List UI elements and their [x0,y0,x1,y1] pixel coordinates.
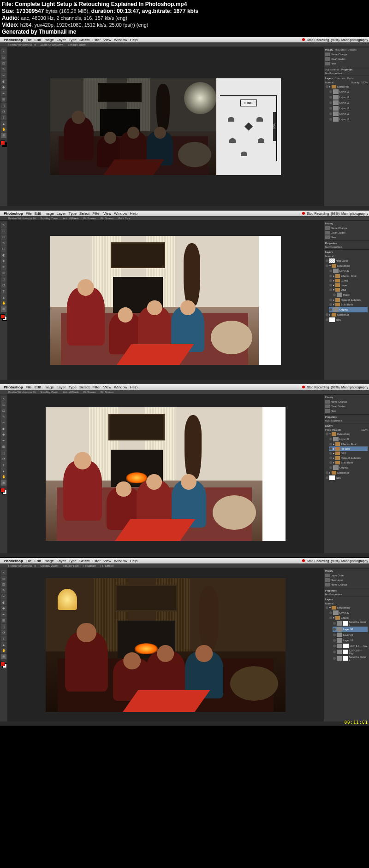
opt-item[interactable]: Resize Windows to Fit [8,43,36,46]
layer-row[interactable]: Help Layer [325,258,368,264]
history-item[interactable]: Layer Order [325,573,368,578]
opt-item[interactable]: Resize Windows to Fit [8,217,36,220]
visibility-icon[interactable] [329,452,332,455]
layer-group[interactable]: ▸Layer [329,283,368,287]
move-tool-icon[interactable]: ↖ [1,49,6,54]
layer-row[interactable]: Selective Color 1 [333,620,368,627]
visibility-icon[interactable] [329,112,332,115]
zoom-tool-icon[interactable]: ⊕ [1,306,6,312]
marquee-tool-icon[interactable]: ▭ [1,229,6,234]
visibility-icon[interactable] [326,471,328,474]
menu-item[interactable]: Layer [57,211,66,216]
layer-row[interactable]: Original [329,307,368,312]
toolbar[interactable]: ↖▭⊡✎✂◐✚✒⊞⌷◔T▲✋⊕ [0,568,7,721]
menu-item[interactable]: Layer [57,559,66,563]
record-icon[interactable] [302,559,305,562]
visibility-icon[interactable] [329,270,332,272]
visibility-icon[interactable] [329,101,332,104]
zoom-tool-icon[interactable]: ⊕ [1,654,6,659]
visibility-icon[interactable] [326,313,328,316]
marquee-tool-icon[interactable]: ▭ [1,55,6,60]
layer-group[interactable]: ▾Retouching [325,605,368,610]
menu-item[interactable]: Image [43,559,54,563]
tool-icon[interactable]: ✋ [1,474,6,480]
layer-row[interactable]: Layer 20 [333,627,368,632]
menu-item[interactable]: File [26,559,32,563]
visibility-icon[interactable] [326,476,328,479]
visibility-icon[interactable] [329,284,332,287]
pen-tool-icon[interactable]: ◔ [1,282,6,288]
tool-icon[interactable]: ⌷ [1,624,6,629]
move-tool-icon[interactable]: ↖ [1,223,6,228]
visibility-icon[interactable] [329,118,332,121]
options-bar[interactable]: Resize Windows to FitScrubby ZoomActual … [0,216,369,221]
brush-tool-icon[interactable]: ◐ [1,79,6,84]
tool-icon[interactable]: ◔ [1,630,6,635]
layer-group[interactable]: ▸Effects - Final [329,442,368,446]
menu-item[interactable]: Select [79,211,89,216]
history-item[interactable]: Clear Guides [325,57,368,61]
tool-icon[interactable]: ▭ [1,402,6,408]
visibility-icon[interactable] [329,90,332,93]
tool-icon[interactable]: ✚ [1,606,6,611]
opt-item[interactable]: Fit Screen [83,217,96,220]
color-swatches[interactable] [0,662,7,668]
visibility-icon[interactable] [329,299,332,301]
menu-item[interactable]: Image [43,385,54,389]
layer-group[interactable]: ▾Effects [329,616,368,620]
visibility-icon[interactable] [333,645,336,647]
tool-icon[interactable]: ◔ [1,456,6,462]
panels[interactable]: History Name Change Clear Guides New Pro… [324,394,369,553]
layer-group[interactable]: ▾D&B [329,287,368,292]
menu-item[interactable]: Help [130,559,137,563]
history-tab[interactable]: History [325,569,333,572]
color-swatches[interactable] [0,141,7,147]
menu-item[interactable]: View [103,559,111,563]
layers-tab[interactable]: Layers [325,424,333,427]
menu-item[interactable]: View [103,385,111,389]
app-name[interactable]: Photoshop [4,38,23,42]
zoom-tool-icon[interactable]: ⊕ [1,480,6,486]
stop-recording[interactable]: Stop Recording [307,212,329,215]
menu-item[interactable]: Select [79,38,89,42]
layer-group[interactable]: ▸LightSetup [325,84,368,89]
canvas[interactable] [50,236,281,365]
visibility-icon[interactable] [329,443,332,446]
menu-item[interactable]: Help [130,38,137,42]
tool-icon[interactable]: ✂ [1,594,6,599]
tool-icon[interactable]: ⊞ [1,618,6,623]
visibility-icon[interactable] [326,264,328,267]
opt-item[interactable]: Fill Screen [101,217,113,220]
properties-tab[interactable]: Properties [341,68,352,71]
pen-tool-icon[interactable]: ◔ [1,109,6,114]
tool-icon[interactable]: ⌷ [1,450,6,456]
menu-item[interactable]: View [103,211,111,216]
menu-item[interactable]: Help [130,385,137,389]
tool-icon[interactable]: ⊡ [1,582,6,587]
tool-icon[interactable]: ▭ [1,576,6,581]
menu-item[interactable]: Filter [92,385,101,389]
menu-item[interactable]: Window [114,385,127,389]
visibility-icon[interactable] [326,606,328,609]
opt-item[interactable]: Actual Pixels [63,217,78,220]
toolbar[interactable]: ↖▭⊡✎✂◐✚✒⊞⌷◔T▲✋⊕ [0,221,7,380]
menu-item[interactable]: Filter [92,559,101,563]
menu-item[interactable]: Edit [35,385,41,389]
dodge-tool-icon[interactable]: ⌷ [1,276,6,282]
history-item[interactable]: Clear Guides [325,230,368,235]
menu-item[interactable]: Window [114,38,127,42]
menubar[interactable]: Photoshop FileEditImageLayerTypeSelectFi… [0,211,369,216]
menu-item[interactable]: File [26,38,32,42]
menubar[interactable]: Photoshop File Edit Image Layer Type Sel… [0,37,369,42]
layer-row[interactable]: Original [329,465,368,470]
menu-item[interactable]: Type [69,385,77,389]
tool-icon[interactable]: ✎ [1,588,6,593]
eraser-tool-icon[interactable]: ✒ [1,91,6,96]
history-tab[interactable]: History [325,48,333,51]
opt-item[interactable]: Scrubby Zoom [40,217,58,220]
canvas[interactable] [46,407,286,541]
layers-tab[interactable]: Layers [325,77,333,80]
actions-tab[interactable]: Actions [348,48,357,51]
visibility-icon[interactable] [326,318,328,321]
panels[interactable]: History Layer Order New Layer Name Chang… [324,568,369,721]
